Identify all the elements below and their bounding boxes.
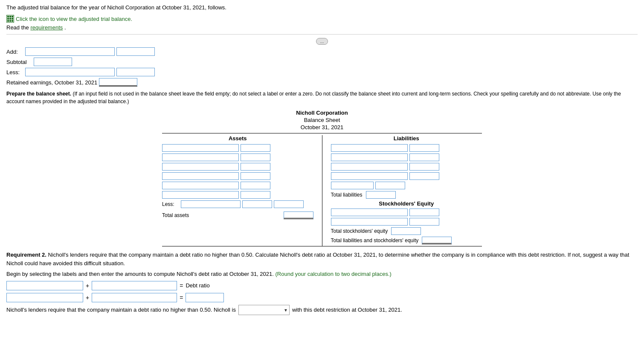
asset-amount-4[interactable] xyxy=(241,172,270,180)
total-assets-row: Total assets xyxy=(162,211,313,219)
balance-sheet-container: Nicholl Corporation Balance Sheet Octobe… xyxy=(162,110,482,246)
round-note: (Round your calculation to two decimal p… xyxy=(276,271,392,277)
req2-main-text: Requirement 2. Nicholl's lenders require… xyxy=(6,251,638,267)
total-liab-se-row: Total liabilities and stockholders' equi… xyxy=(331,237,482,244)
liab-amount-5[interactable] xyxy=(375,182,405,189)
asset-label-2[interactable] xyxy=(162,153,239,161)
less-input-label[interactable] xyxy=(25,68,115,76)
plus-operator-1: + xyxy=(86,282,89,289)
se-amount-1[interactable] xyxy=(409,208,439,216)
liabilities-column: Liabilities xyxy=(322,135,482,246)
debt-ratio-text: Debt ratio xyxy=(186,282,209,289)
asset-label-4[interactable] xyxy=(162,172,239,180)
asset-amount-5[interactable] xyxy=(241,182,270,189)
requirement2-section: Requirement 2. Nicholl's lenders require… xyxy=(6,251,638,315)
add-input-value[interactable] xyxy=(116,47,155,56)
liab-label-2[interactable] xyxy=(331,153,408,161)
total-liabilities-row: Total liabilities xyxy=(331,191,482,199)
debt-ratio-row-2: + = xyxy=(6,293,638,302)
se-row-1 xyxy=(331,208,482,216)
instructions: Prepare the balance sheet. (If an input … xyxy=(6,90,638,105)
bs-date: October 31, 2021 xyxy=(162,124,482,130)
req2-body: Nicholl's lenders require that the compa… xyxy=(6,252,629,266)
asset-label-3[interactable] xyxy=(162,163,239,171)
se-label-1[interactable] xyxy=(331,208,408,216)
less-row: Less: xyxy=(6,68,638,76)
liab-label-5[interactable] xyxy=(331,182,374,189)
se-header: Stockholders' Equity xyxy=(331,200,482,207)
debt-denominator-value[interactable] xyxy=(92,293,177,302)
less-input-value[interactable] xyxy=(116,68,155,76)
liab-label-3[interactable] xyxy=(331,163,408,171)
add-input-label[interactable] xyxy=(25,47,115,56)
retained-earnings-row: Retained earnings, October 31, 2021 xyxy=(6,78,638,87)
req2-label: Requirement 2. xyxy=(6,252,46,258)
asset-label-5[interactable] xyxy=(162,182,239,189)
liab-label-1[interactable] xyxy=(331,144,408,152)
equals-2: = xyxy=(180,294,183,301)
collapse-row: ... xyxy=(6,38,638,45)
bs-columns: Assets xyxy=(162,135,482,246)
debt-ratio-result[interactable] xyxy=(186,293,224,302)
add-label: Add: xyxy=(6,49,23,55)
less-label-assets: Less: xyxy=(162,201,179,207)
plus-operator-2: + xyxy=(86,294,89,301)
total-assets-value[interactable] xyxy=(284,211,313,219)
debt-numerator-label[interactable] xyxy=(6,281,83,290)
asset-label-1[interactable] xyxy=(162,144,239,152)
bs-company: Nicholl Corporation xyxy=(162,110,482,116)
se-label-2[interactable] xyxy=(331,218,408,226)
compliance-select[interactable]: in compliance not in compliance xyxy=(238,305,290,315)
asset-main-amount[interactable] xyxy=(241,191,270,199)
liab-row-1 xyxy=(331,144,482,152)
less-asset-label[interactable] xyxy=(181,200,241,208)
asset-row-2 xyxy=(162,153,313,161)
asset-amount-2[interactable] xyxy=(241,153,270,161)
compliance-text-before: Nicholl's lenders require that the compa… xyxy=(6,307,236,313)
asset-row-3 xyxy=(162,163,313,171)
icon-link-label: Click the icon to view the adjusted tria… xyxy=(16,16,132,22)
liabilities-header: Liabilities xyxy=(331,135,482,142)
liab-label-4[interactable] xyxy=(331,172,408,180)
total-assets-label: Total assets xyxy=(162,212,189,218)
top-separator xyxy=(6,34,638,35)
less-row-assets: Less: xyxy=(162,200,313,208)
debt-denominator-label[interactable] xyxy=(6,293,83,302)
requirements-link[interactable]: requirements xyxy=(30,24,63,31)
less-asset-value2[interactable] xyxy=(274,200,304,208)
se-amount-2[interactable] xyxy=(409,218,439,226)
trial-balance-link[interactable]: Click the icon to view the adjusted tria… xyxy=(6,15,132,23)
total-se-value[interactable] xyxy=(391,227,421,235)
less-label: Less: xyxy=(6,69,23,75)
compliance-select-wrapper[interactable]: in compliance not in compliance xyxy=(238,305,290,315)
se-row-2 xyxy=(331,218,482,226)
asset-main-label[interactable] xyxy=(162,191,239,199)
collapse-button[interactable]: ... xyxy=(316,38,328,45)
liab-amount-1[interactable] xyxy=(409,144,439,152)
total-se-label: Total stockholders' equity xyxy=(331,228,388,234)
bs-top-line xyxy=(162,133,482,133)
less-asset-value1[interactable] xyxy=(242,200,272,208)
subtotal-label: Subtotal xyxy=(6,59,32,65)
bs-bottom-line xyxy=(162,246,482,246)
assets-column: Assets xyxy=(162,135,322,246)
liab-amount-2[interactable] xyxy=(409,153,439,161)
liab-amount-4[interactable] xyxy=(409,172,439,180)
total-liab-se-value[interactable] xyxy=(422,237,452,244)
asset-row-4 xyxy=(162,172,313,180)
asset-amount-3[interactable] xyxy=(241,163,270,171)
asset-amount-1[interactable] xyxy=(241,144,270,152)
retained-value[interactable] xyxy=(99,78,137,87)
debt-numerator-value[interactable] xyxy=(92,281,177,290)
subtotal-row: Subtotal xyxy=(6,58,638,66)
equals-1: = xyxy=(180,282,183,289)
total-liabilities-value[interactable] xyxy=(366,191,396,199)
subtotal-value[interactable] xyxy=(34,58,72,66)
asset-main-row xyxy=(162,191,313,199)
compliance-row: Nicholl's lenders require that the compa… xyxy=(6,305,638,315)
liab-row-5 xyxy=(331,182,482,189)
bs-title: Balance Sheet xyxy=(162,117,482,123)
liab-amount-3[interactable] xyxy=(409,163,439,171)
retained-label: Retained earnings, October 31, 2021 xyxy=(6,79,97,86)
main-text: The adjusted trial balance for the year … xyxy=(6,4,638,11)
